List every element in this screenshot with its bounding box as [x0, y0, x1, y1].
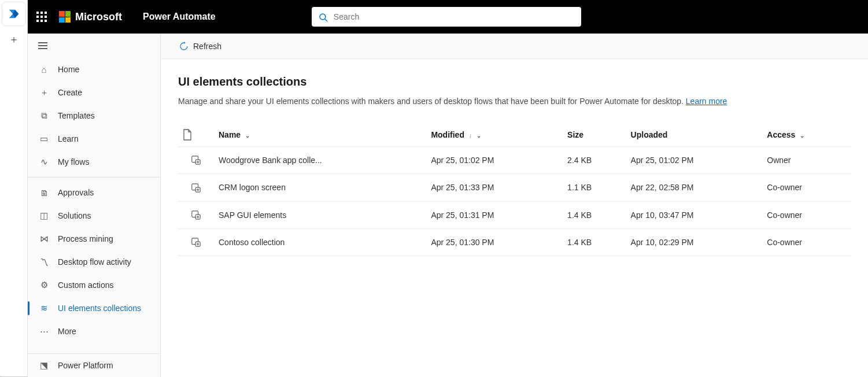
sidebar-item-home[interactable]: ⌂Home [28, 58, 160, 81]
cell-access: Co-owner [762, 228, 851, 256]
collection-icon [191, 237, 201, 247]
command-bar: Refresh [161, 34, 868, 59]
column-header-access[interactable]: Access ⌄ [762, 123, 851, 147]
collection-icon [191, 155, 201, 165]
sidebar-toggle[interactable] [28, 34, 160, 58]
refresh-button[interactable]: Refresh [179, 42, 221, 51]
row-icon-cell [178, 201, 214, 228]
solutions-icon: ◫ [38, 210, 50, 221]
home-icon: ⌂ [38, 65, 50, 75]
cell-name: Woodgrove Bank app colle... [214, 147, 426, 174]
cell-uploaded: Apr 22, 02:58 PM [626, 174, 763, 201]
svg-point-0 [320, 14, 326, 20]
sidebar-item-label: Approvals [58, 188, 94, 197]
process-mining-icon: ⋈ [38, 234, 50, 244]
learn-more-link[interactable]: Learn more [686, 97, 727, 106]
top-bar: Microsoft Power Automate [28, 0, 868, 34]
sidebar-item-solutions[interactable]: ◫Solutions [28, 204, 160, 227]
cell-modified: Apr 25, 01:02 PM [426, 147, 563, 174]
collections-table: Name ⌄ Modified ↓ ⌄ Size Uploaded Access… [178, 123, 851, 256]
sidebar-item-process-mining[interactable]: ⋈Process mining [28, 227, 160, 250]
sidebar-item-templates[interactable]: ⧉Templates [28, 104, 160, 127]
sidebar-item-label: Desktop flow activity [58, 257, 131, 267]
search-input[interactable] [334, 12, 574, 21]
table-row[interactable]: Contoso collectionApr 25, 01:30 PM1.4 KB… [178, 228, 851, 256]
microsoft-logo-icon [59, 11, 71, 23]
sidebar-item-desktop-flow-activity[interactable]: 〽Desktop flow activity [28, 250, 160, 273]
column-header-modified[interactable]: Modified ↓ ⌄ [426, 123, 563, 147]
app-name-label: Power Automate [143, 12, 216, 22]
column-header-icon[interactable] [178, 123, 214, 147]
svg-line-1 [325, 19, 327, 21]
app-add-button[interactable]: ＋ [2, 28, 25, 51]
brand-label: Microsoft [75, 11, 122, 23]
column-header-size[interactable]: Size [563, 123, 626, 147]
file-icon [183, 129, 192, 141]
sidebar-item-power-platform[interactable]: ⬔ Power Platform [28, 354, 160, 377]
sidebar-separator [28, 177, 160, 178]
cell-size: 1.4 KB [563, 201, 626, 228]
create-icon: ＋ [38, 87, 50, 98]
cell-uploaded: Apr 25, 01:02 PM [626, 147, 763, 174]
chevron-down-icon: ⌄ [800, 132, 804, 139]
sidebar-item-create[interactable]: ＋Create [28, 81, 160, 104]
sort-desc-icon: ↓ [469, 132, 472, 139]
sidebar-item-label: My flows [58, 157, 89, 167]
cell-size: 1.4 KB [563, 228, 626, 256]
sidebar-item-label: Learn [58, 134, 79, 143]
sidebar: ⌂Home＋Create⧉Templates▭Learn∿My flows 🗎A… [28, 34, 161, 377]
sidebar-item-custom-actions[interactable]: ⚙Custom actions [28, 273, 160, 297]
cell-access: Owner [762, 147, 851, 174]
microsoft-logo: Microsoft [59, 11, 122, 23]
column-header-name[interactable]: Name ⌄ [214, 123, 426, 147]
templates-icon: ⧉ [38, 110, 50, 121]
cell-modified: Apr 25, 01:33 PM [426, 174, 563, 201]
row-icon-cell [178, 174, 214, 201]
cell-modified: Apr 25, 01:30 PM [426, 228, 563, 256]
sidebar-item-label: Templates [58, 111, 95, 120]
sidebar-item-learn[interactable]: ▭Learn [28, 127, 160, 150]
my-flows-icon: ∿ [38, 157, 50, 167]
sidebar-item-label: More [58, 327, 76, 336]
ui-elements-collections-icon: ≋ [38, 303, 50, 313]
cell-name: SAP GUI elements [214, 201, 426, 228]
cell-uploaded: Apr 10, 03:47 PM [626, 201, 763, 228]
app-launcher-button[interactable] [28, 0, 56, 34]
sidebar-item-label: Home [58, 65, 79, 74]
refresh-icon [179, 42, 189, 51]
table-row[interactable]: SAP GUI elementsApr 25, 01:31 PM1.4 KBAp… [178, 201, 851, 228]
table-row[interactable]: Woodgrove Bank app colle...Apr 25, 01:02… [178, 147, 851, 174]
desktop-flow-activity-icon: 〽 [38, 257, 50, 267]
cell-uploaded: Apr 10, 02:29 PM [626, 228, 763, 256]
column-header-uploaded[interactable]: Uploaded [626, 123, 763, 147]
sidebar-item-label: Custom actions [58, 280, 113, 290]
app-tile-power-automate[interactable] [2, 2, 25, 25]
cell-name: Contoso collection [214, 228, 426, 256]
power-automate-icon [8, 8, 20, 20]
cell-size: 1.1 KB [563, 174, 626, 201]
power-platform-icon: ⬔ [38, 360, 50, 371]
sidebar-item-label: Solutions [58, 211, 91, 220]
collection-icon [191, 183, 201, 193]
sidebar-item-approvals[interactable]: 🗎Approvals [28, 181, 160, 204]
custom-actions-icon: ⚙ [38, 280, 50, 290]
table-row[interactable]: CRM logon screenApr 25, 01:33 PM1.1 KBAp… [178, 174, 851, 201]
approvals-icon: 🗎 [38, 188, 50, 198]
page-title: UI elements collections [178, 75, 851, 88]
sidebar-item-label: Process mining [58, 234, 113, 243]
app-strip: ＋ [0, 0, 28, 376]
page-description: Manage and share your UI elements collec… [178, 97, 851, 106]
search-box[interactable] [312, 7, 581, 27]
plus-icon: ＋ [9, 32, 19, 46]
sidebar-item-ui-elements-collections[interactable]: ≋UI elements collections [28, 297, 160, 320]
learn-icon: ▭ [38, 134, 50, 144]
more-icon: ⋯ [38, 326, 50, 337]
table-header-row: Name ⌄ Modified ↓ ⌄ Size Uploaded Access… [178, 123, 851, 147]
cell-access: Co-owner [762, 174, 851, 201]
cell-modified: Apr 25, 01:31 PM [426, 201, 563, 228]
sidebar-item-more[interactable]: ⋯More [28, 320, 160, 343]
sidebar-item-my-flows[interactable]: ∿My flows [28, 150, 160, 173]
cell-size: 2.4 KB [563, 147, 626, 174]
cell-access: Co-owner [762, 201, 851, 228]
collection-icon [191, 210, 201, 220]
